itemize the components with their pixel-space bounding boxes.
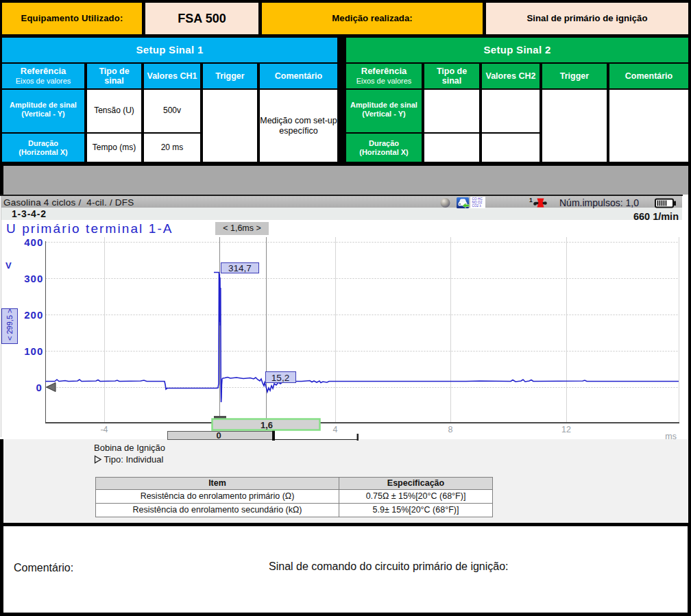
svg-text:1,6: 1,6 [260, 420, 273, 430]
svg-text:< 299,5 >: < 299,5 > [5, 309, 14, 341]
svg-text:V: V [5, 260, 12, 271]
svg-text:ms: ms [665, 432, 677, 441]
svg-text:314,7: 314,7 [228, 263, 252, 273]
svg-text:400: 400 [24, 236, 43, 248]
svg-text:100: 100 [24, 345, 43, 357]
svg-text:CO2 λ: CO2 λ [472, 204, 482, 208]
svg-text:8: 8 [448, 425, 453, 434]
svg-text:12: 12 [561, 425, 571, 434]
svg-text:-4: -4 [100, 425, 108, 434]
svg-text:0: 0 [216, 430, 221, 441]
svg-text:200: 200 [24, 309, 43, 321]
svg-text:300: 300 [24, 273, 43, 284]
svg-text:1: 1 [529, 197, 533, 204]
svg-text:0: 0 [36, 382, 43, 393]
svg-text:15,2: 15,2 [271, 373, 289, 383]
svg-text:4: 4 [333, 425, 338, 434]
svg-text:Núm.impulsos: 1,0: Núm.impulsos: 1,0 [559, 197, 639, 208]
